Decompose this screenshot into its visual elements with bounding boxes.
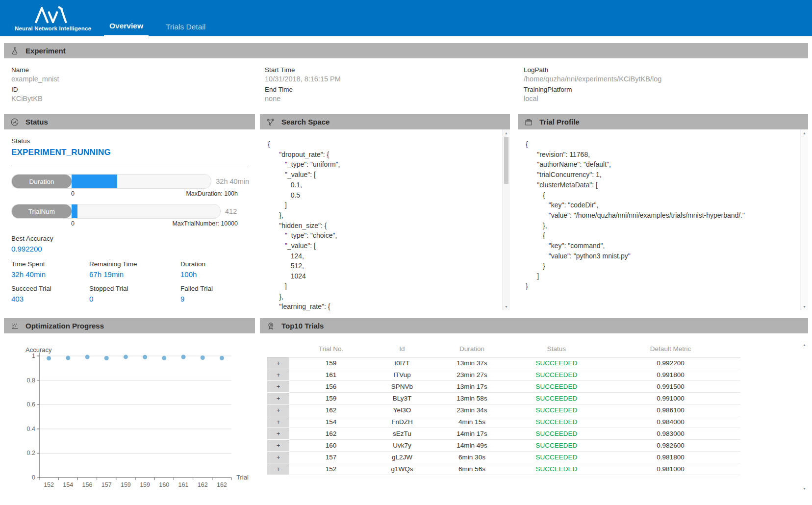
flask-icon (10, 47, 19, 55)
field-label: Start Time (265, 66, 524, 74)
best-accuracy-value: 0.992200 (11, 245, 249, 253)
trial-profile-icon (524, 118, 533, 126)
scroll-up-arrow[interactable]: ▲ (801, 131, 808, 135)
experiment-status-value: EXPERIMENT_RUNNING (11, 148, 249, 157)
status-section-bar: Status (4, 114, 255, 129)
nni-logo: Neural Network Intelligence (14, 5, 92, 31)
trialnum-bar-label: TrialNum (12, 204, 72, 218)
search-space-section-bar: Search Space (260, 114, 510, 129)
svg-text:Accuracy: Accuracy (25, 347, 52, 354)
scroll-up-arrow[interactable]: ▲ (503, 131, 510, 135)
trial-profile-title: Trial Profile (539, 118, 580, 126)
cell-status: SUCCEEDED (512, 404, 601, 416)
search-space-icon (266, 118, 275, 126)
scroll-down-arrow[interactable]: ▼ (503, 305, 510, 308)
scroll-up-arrow[interactable]: ▲ (801, 343, 808, 347)
table-row: + 161 ITVup 23min 27s SUCCEEDED 0.991800 (267, 369, 740, 381)
cell-duration: 23min 34s (431, 404, 512, 416)
svg-text:0.6: 0.6 (27, 401, 35, 408)
cell-duration: 13min 37s (431, 357, 512, 369)
table-row: + 162 Yel3O 23min 34s SUCCEEDED 0.986100 (267, 404, 740, 416)
expand-row-button[interactable]: + (267, 381, 289, 393)
duration-bar-track (72, 175, 211, 188)
expand-row-button[interactable]: + (267, 404, 289, 416)
cell-metric: 0.984000 (601, 416, 740, 428)
stat-value: 32h 40min (11, 270, 89, 278)
cell-duration: 13min 58s (431, 393, 512, 404)
cell-duration: 4min 15s (431, 416, 512, 428)
top10-title: Top10 Trials (281, 322, 324, 330)
expand-row-button[interactable]: + (267, 416, 289, 428)
cell-metric: 0.991500 (601, 381, 740, 393)
stat-value: 67h 19min (89, 270, 180, 278)
cell-status: SUCCEEDED (512, 381, 601, 393)
scroll-down-arrow[interactable]: ▼ (801, 487, 808, 490)
cell-id: BLy3T (373, 393, 431, 404)
cell-trial-no: 159 (289, 357, 373, 369)
col-expand (267, 342, 289, 357)
search-space-panel: Search Space { "dropout_rate": { "_type"… (260, 114, 510, 318)
expand-row-button[interactable]: + (267, 369, 289, 381)
expand-row-button[interactable]: + (267, 463, 289, 475)
expand-row-button[interactable]: + (267, 452, 289, 463)
cell-trial-no: 159 (289, 393, 373, 404)
col-status: Status (512, 342, 601, 357)
expand-row-button[interactable]: + (267, 393, 289, 404)
svg-text:159: 159 (140, 481, 150, 488)
expand-row-button[interactable]: + (267, 440, 289, 452)
expand-row-button[interactable]: + (267, 357, 289, 369)
svg-text:162: 162 (198, 481, 208, 488)
cell-metric: 0.991800 (601, 369, 740, 381)
gauge-icon (10, 118, 19, 126)
cell-status: SUCCEEDED (512, 393, 601, 404)
duration-value: 32h 40min (216, 177, 249, 185)
cell-trial-no: 156 (289, 381, 373, 393)
cell-metric: 0.981800 (601, 452, 740, 463)
field-value: none (265, 95, 524, 102)
field-value: local (524, 95, 812, 102)
cell-status: SUCCEEDED (512, 428, 601, 440)
stat-value: 0 (89, 295, 180, 303)
cell-id: ITVup (373, 369, 431, 381)
svg-text:154: 154 (63, 481, 73, 488)
cell-trial-no: 161 (289, 369, 373, 381)
field-value: /home/quzha/nni/experiments/KCiBytKB/log (524, 75, 812, 83)
optimization-panel: Optimization Progress 00.20.40.60.811521… (4, 318, 255, 505)
svg-text:Trial: Trial (236, 474, 249, 481)
svg-text:161: 161 (178, 481, 189, 488)
tab-trials-detail[interactable]: Trials Detail (160, 23, 211, 36)
svg-text:0.4: 0.4 (27, 426, 35, 432)
cell-status: SUCCEEDED (512, 452, 601, 463)
table-row: + 160 Uvk7y 14min 49s SUCCEEDED 0.982600 (267, 440, 740, 452)
table-row: + 154 FnDZH 4min 15s SUCCEEDED 0.984000 (267, 416, 740, 428)
cell-metric: 0.992200 (601, 357, 740, 369)
cell-duration: 6min 56s (431, 463, 512, 475)
table-row: + 159 t0I7T 13min 37s SUCCEEDED 0.992200 (267, 357, 740, 369)
trial-profile-section-bar: Trial Profile (518, 114, 808, 129)
status-stats-grid: Time Spent 32h 40min Remaining Time 67h … (11, 260, 249, 303)
expand-row-button[interactable]: + (267, 428, 289, 440)
stat-label: Remaining Time (89, 260, 180, 268)
col-trial-no: Trial No. (289, 342, 373, 357)
trialnum-progress-bar: TrialNum (11, 204, 221, 219)
search-space-scrollbar[interactable]: ▲ ▼ (502, 129, 510, 310)
tab-overview[interactable]: Overview (104, 22, 149, 36)
cell-status: SUCCEEDED (512, 440, 601, 452)
cell-id: g1WQs (373, 463, 431, 475)
svg-text:0.8: 0.8 (27, 377, 35, 384)
status-title: Status (25, 118, 48, 126)
cell-id: FnDZH (373, 416, 431, 428)
top10-panel: Top10 Trials Trial No. Id Duration Statu… (260, 318, 808, 505)
trial-profile-scrollbar[interactable]: ▲ ▼ (800, 129, 808, 310)
field-label: End Time (265, 86, 524, 93)
stat-label: Time Spent (11, 260, 89, 268)
table-row: + 157 gL2JW 6min 30s SUCCEEDED 0.981800 (267, 452, 740, 463)
scroll-down-arrow[interactable]: ▼ (801, 305, 808, 308)
cell-duration: 13min 17s (431, 381, 512, 393)
trialnum-min: 0 (71, 220, 75, 227)
top10-scrollbar[interactable]: ▲ ▼ (801, 343, 808, 490)
stat-value: 9 (180, 295, 249, 303)
cell-id: sEzTu (373, 428, 431, 440)
experiment-title: Experiment (25, 47, 66, 55)
scrollbar-thumb[interactable] (504, 137, 508, 184)
